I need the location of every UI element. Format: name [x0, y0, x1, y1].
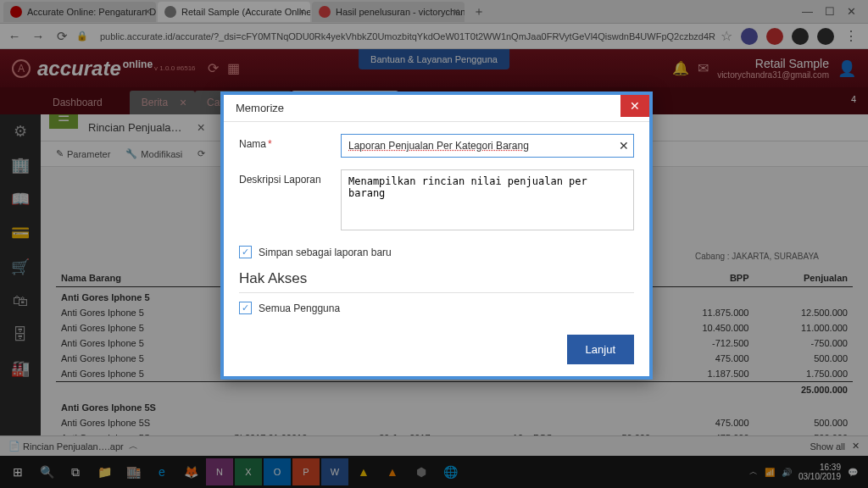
checkbox-icon: ✓ [239, 246, 252, 258]
app-icon[interactable]: ⬢ [408, 458, 435, 485]
start-button[interactable]: ⊞ [4, 458, 31, 485]
table-row: Anti Gores Iphone 5S [56, 397, 853, 415]
browser-tab[interactable]: Accurate Online: Pengaturan Da...× [3, 2, 156, 22]
close-icon[interactable]: × [453, 5, 459, 18]
powerpoint-icon[interactable]: P [292, 458, 320, 485]
vlc-icon[interactable]: ▲ [379, 458, 406, 485]
close-icon[interactable]: × [198, 120, 205, 136]
reload-button[interactable]: ⟳ [53, 27, 71, 46]
new-tab-button[interactable]: ＋ [466, 4, 492, 19]
table-row: 25.000.000 [56, 382, 853, 398]
clock-date: 03/10/2019 [798, 472, 841, 481]
logo-icon: A [12, 59, 31, 78]
refresh-icon[interactable]: ⟳ [198, 148, 205, 159]
tray-chevron-icon[interactable]: ︿ [749, 466, 758, 478]
message-icon[interactable]: ✉ [698, 60, 709, 76]
lock-icon: 🔒 [76, 30, 88, 42]
file-icon: 📄 [8, 441, 20, 452]
cart-icon[interactable]: 🛒 [0, 250, 41, 284]
star-icon[interactable]: ☆ [721, 28, 732, 44]
notification-badge: 4 [851, 94, 856, 104]
avatar[interactable] [817, 28, 834, 45]
app-logo: accurateonline [37, 57, 153, 80]
close-icon[interactable]: × [298, 5, 305, 18]
col-nama: Nama Barang [56, 269, 228, 287]
wifi-icon[interactable]: 📶 [765, 468, 775, 477]
firefox-icon[interactable]: 🦊 [177, 458, 204, 485]
save-new-checkbox[interactable]: ✓ Simpan sebagai laporan baru [239, 246, 634, 258]
wallet-icon[interactable]: 💳 [0, 216, 41, 250]
gear-icon[interactable]: ⚙ [0, 114, 41, 148]
sidebar: ⚙ 🏢 📖 💳 🛒 🛍 🗄 🏭 [0, 114, 41, 456]
search-icon[interactable]: 🔍 [33, 458, 60, 485]
col-bpp: BPP [655, 269, 754, 287]
app-header: A accurateonline v 1.0.0 #6516 ⟳ ▦ Bantu… [0, 49, 868, 87]
close-icon[interactable]: × [180, 96, 186, 109]
browser-tab-strip: Accurate Online: Pengaturan Da...× Retai… [0, 0, 868, 24]
hak-akses-heading: Hak Akses [239, 270, 634, 293]
favicon [10, 6, 22, 18]
outlook-icon[interactable]: O [264, 458, 291, 485]
bell-icon[interactable]: 🔔 [672, 60, 689, 76]
app-icon[interactable]: ▲ [350, 458, 377, 485]
nama-label: Nama* [239, 134, 341, 150]
menu-toggle[interactable]: ☰ [49, 114, 78, 129]
url-field[interactable]: public.accurate.id/accurate/?_dsi=cFY0MT… [97, 31, 715, 42]
tab-berita[interactable]: Berita× [130, 91, 195, 114]
col-penjualan: Penjualan [754, 269, 854, 287]
user-icon[interactable]: 👤 [837, 59, 856, 78]
browser-tab[interactable]: Hasil penelusuran - victorychan...× [312, 2, 465, 22]
lanjut-button[interactable]: Lanjut [567, 335, 634, 364]
extension-icon[interactable] [792, 28, 809, 45]
edge-icon[interactable]: e [148, 458, 175, 485]
deskripsi-label: Deskripsi Laporan [239, 169, 341, 186]
semua-pengguna-checkbox[interactable]: ✓ Semua Pengguna [239, 302, 634, 314]
close-icon[interactable]: × [144, 5, 151, 18]
help-button[interactable]: Bantuan & Layanan Pengguna [359, 49, 509, 69]
word-icon[interactable]: W [321, 458, 348, 485]
dialog-close-button[interactable]: ✕ [620, 95, 649, 117]
chrome-icon[interactable]: 🌐 [437, 458, 464, 485]
notification-icon[interactable]: 💬 [848, 468, 858, 477]
show-all-button[interactable]: Show all [810, 441, 845, 452]
download-bar: 📄 Rincian Penjualan….apr ︿ Show all ✕ [0, 435, 868, 456]
modifikasi-button[interactable]: 🔧 Modifikasi [125, 148, 182, 159]
building-icon[interactable]: 🏢 [0, 148, 41, 182]
extension-icon[interactable] [741, 28, 758, 45]
archive-icon[interactable]: 🗄 [0, 318, 41, 352]
parameter-button[interactable]: ✎ Parameter [56, 148, 110, 159]
app-icon[interactable]: 📁 [91, 458, 118, 485]
factory-icon[interactable]: 🏭 [0, 352, 41, 385]
close-icon[interactable]: ✕ [852, 441, 860, 452]
favicon [319, 6, 331, 18]
task-view-icon[interactable]: ⧉ [62, 458, 89, 485]
version-label: v 1.0.0 #6516 [154, 64, 195, 72]
book-icon[interactable]: 📖 [0, 182, 41, 216]
extension-icon[interactable] [766, 28, 783, 45]
reload-icon[interactable]: ⟳ [208, 60, 219, 76]
bag-icon[interactable]: 🛍 [0, 284, 41, 318]
volume-icon[interactable]: 🔊 [782, 468, 792, 477]
excel-icon[interactable]: X [235, 458, 262, 485]
maximize-icon[interactable]: ☐ [825, 5, 835, 18]
download-item[interactable]: Rincian Penjualan….apr [23, 441, 124, 452]
report-tab[interactable]: Rincian Penjuala… [88, 121, 182, 134]
grid-icon[interactable]: ▦ [227, 60, 240, 76]
chevron-up-icon[interactable]: ︿ [129, 440, 138, 452]
address-bar: ← → ⟳ 🔒 public.accurate.id/accurate/?_ds… [0, 24, 868, 49]
checkbox-icon: ✓ [239, 302, 252, 314]
table-row: Anti Gores Iphone 5S475.000500.000 [56, 415, 853, 430]
nama-input[interactable] [341, 134, 634, 158]
close-window-icon[interactable]: ✕ [847, 5, 856, 18]
forward-button[interactable]: → [29, 27, 47, 46]
clear-icon[interactable]: ✕ [619, 139, 629, 152]
browser-tab[interactable]: Retail Sample (Accurate Online)× [158, 2, 310, 22]
app-icon[interactable]: 🏬 [120, 458, 147, 485]
minimize-icon[interactable]: — [802, 5, 813, 18]
onenote-icon[interactable]: N [206, 458, 233, 485]
menu-icon[interactable]: ⋮ [839, 28, 863, 44]
back-button[interactable]: ← [5, 27, 24, 46]
taskbar: ⊞ 🔍 ⧉ 📁 🏬 e 🦊 N X O P W ▲ ▲ ⬢ 🌐 ︿ 📶 🔊 16… [0, 456, 868, 488]
deskripsi-textarea[interactable]: Menampilkan rincian nilai penjualan per … [341, 169, 634, 230]
tab-dashboard[interactable]: Dashboard [41, 91, 130, 114]
